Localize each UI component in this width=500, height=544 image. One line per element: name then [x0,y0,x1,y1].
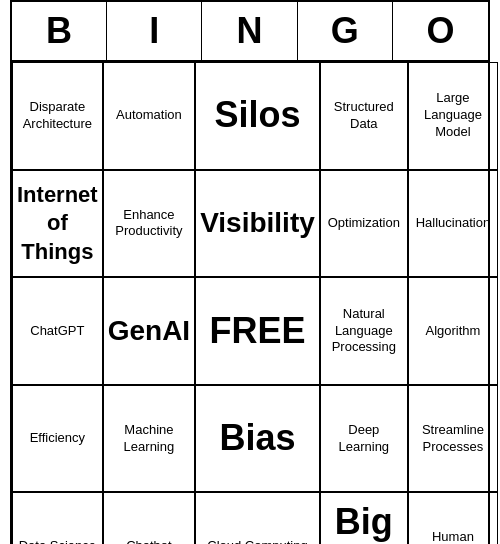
bingo-cell-0: Disparate Architecture [12,62,103,170]
bingo-cell-8: Optimization [320,170,408,278]
bingo-card: BINGO Disparate ArchitectureAutomationSi… [10,0,490,544]
bingo-cell-1: Automation [103,62,195,170]
bingo-cell-5: Internet of Things [12,170,103,278]
bingo-cell-12: FREE [195,277,320,385]
bingo-cell-10: ChatGPT [12,277,103,385]
bingo-cell-16: Machine Learning [103,385,195,493]
bingo-cell-17: Bias [195,385,320,493]
bingo-cell-15: Efficiency [12,385,103,493]
bingo-letter-n: N [202,2,297,60]
bingo-cell-21: Chatbot [103,492,195,544]
bingo-cell-2: Silos [195,62,320,170]
bingo-letter-o: O [393,2,488,60]
bingo-cell-18: Deep Learning [320,385,408,493]
bingo-cell-19: Streamline Processes [408,385,498,493]
bingo-letter-b: B [12,2,107,60]
bingo-cell-9: Hallucination [408,170,498,278]
bingo-cell-7: Visibility [195,170,320,278]
bingo-cell-4: Large Language Model [408,62,498,170]
bingo-cell-14: Algorithm [408,277,498,385]
bingo-letter-g: G [298,2,393,60]
bingo-cell-22: Cloud Computing [195,492,320,544]
bingo-grid: Disparate ArchitectureAutomationSilosStr… [12,62,488,544]
bingo-cell-13: Natural Language Processing [320,277,408,385]
bingo-cell-11: GenAI [103,277,195,385]
bingo-cell-24: Human Augmentation [408,492,498,544]
bingo-cell-6: Enhance Productivity [103,170,195,278]
bingo-letter-i: I [107,2,202,60]
bingo-cell-20: Data Science [12,492,103,544]
bingo-header: BINGO [12,2,488,62]
bingo-cell-23: Big Data [320,492,408,544]
bingo-cell-3: Structured Data [320,62,408,170]
